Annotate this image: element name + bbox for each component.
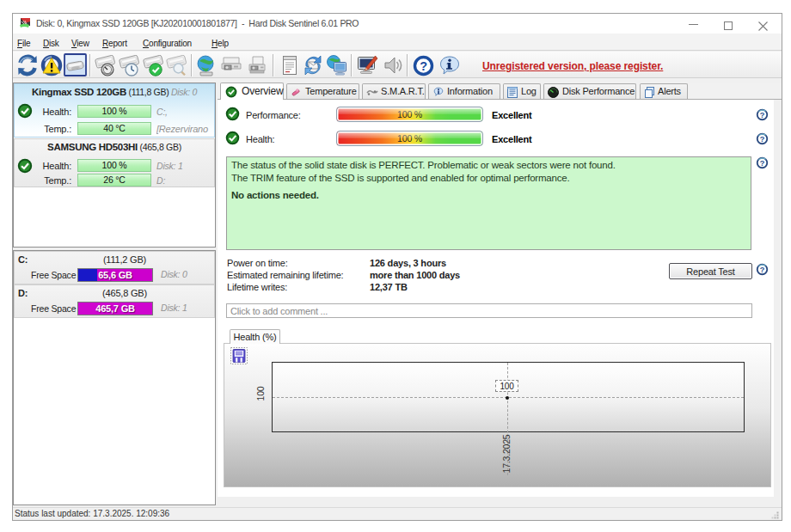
svg-text:?: ? bbox=[420, 59, 427, 73]
svg-text:?: ? bbox=[760, 135, 765, 144]
svg-text:?: ? bbox=[760, 159, 765, 168]
svg-text:?: ? bbox=[760, 266, 765, 274]
svg-text:?: ? bbox=[760, 111, 765, 119]
